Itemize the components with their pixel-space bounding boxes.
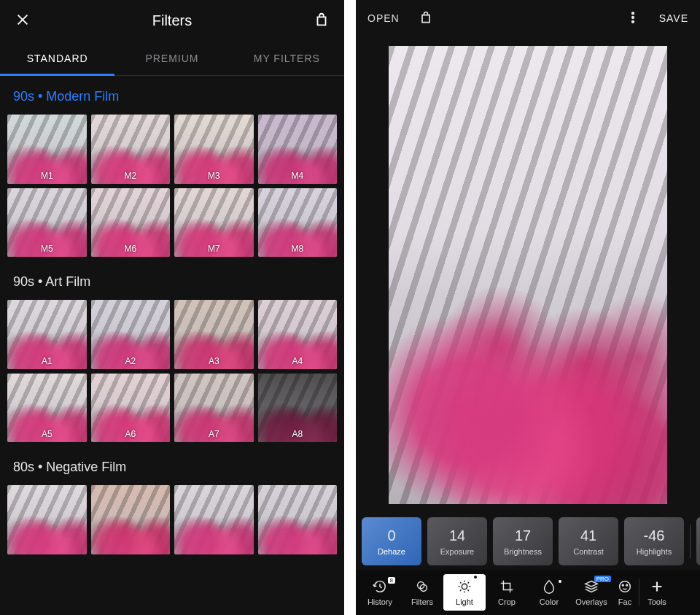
filter-thumb[interactable]: M4 <box>258 115 338 184</box>
filter-section-title[interactable]: 90s • Modern Film <box>7 76 337 115</box>
tool-color[interactable]: Color <box>528 579 570 606</box>
filter-thumb[interactable]: A1 <box>7 300 87 369</box>
tool-filters[interactable]: Filters <box>401 579 443 606</box>
adjust-label: Brightness <box>504 547 542 556</box>
adjust-value: 41 <box>580 527 596 544</box>
svg-point-2 <box>631 20 634 23</box>
tool-label: Fac <box>618 597 631 606</box>
filter-thumb[interactable] <box>174 485 254 554</box>
svg-point-5 <box>462 584 467 589</box>
filter-label: M4 <box>258 171 338 181</box>
filter-grid: M1M2M3M4M5M6M7M8 <box>7 115 337 261</box>
more-icon[interactable] <box>626 10 640 27</box>
save-button[interactable]: SAVE <box>659 12 688 24</box>
tool-history[interactable]: 8 History <box>359 579 401 606</box>
tab-premium[interactable]: PREMIUM <box>114 42 229 74</box>
adjust-label: Dehaze <box>378 547 405 556</box>
tool-label: Light <box>456 597 473 606</box>
filter-thumb[interactable]: A2 <box>91 300 171 369</box>
edited-photo <box>389 46 667 504</box>
filter-label: A3 <box>174 356 254 366</box>
filter-thumb[interactable]: M8 <box>258 188 338 258</box>
filter-grid <box>7 485 337 559</box>
shop-icon[interactable] <box>314 12 330 30</box>
filter-thumb[interactable] <box>7 485 87 554</box>
slider-separator <box>690 525 691 558</box>
filter-thumb[interactable]: A8 <box>258 374 338 443</box>
tool-tools[interactable]: Tools <box>641 579 673 606</box>
filter-label: A4 <box>258 356 338 366</box>
filter-thumb[interactable]: M3 <box>174 115 254 184</box>
pro-badge: PRO <box>594 576 611 582</box>
filter-thumb[interactable]: A4 <box>258 300 338 369</box>
tool-overlays[interactable]: PRO Overlays <box>570 579 612 606</box>
filter-label: A8 <box>258 429 338 439</box>
tool-face[interactable]: Fac <box>612 579 637 606</box>
filter-label: A2 <box>91 356 171 366</box>
filter-thumb[interactable]: M1 <box>7 115 87 184</box>
filter-thumb[interactable]: M2 <box>91 115 171 184</box>
adjust-label: Contrast <box>573 547 604 556</box>
adjust-dehaze[interactable]: 0Dehaze <box>362 517 421 565</box>
filter-label: M5 <box>7 244 87 254</box>
tool-label: Color <box>540 597 559 606</box>
adjust-label: Exposure <box>440 547 474 556</box>
filter-thumb[interactable]: A5 <box>7 374 87 443</box>
filter-thumb[interactable]: M5 <box>7 188 87 258</box>
filter-thumb[interactable]: M6 <box>91 188 171 258</box>
filter-label: A6 <box>91 429 171 439</box>
filter-thumb[interactable]: M7 <box>174 188 254 258</box>
filter-label: M8 <box>258 244 338 254</box>
filter-grid: A1A2A3A4A5A6A7A8 <box>7 300 337 446</box>
filter-label: A1 <box>7 356 87 366</box>
modified-dot <box>474 576 477 579</box>
tool-label: Overlays <box>575 597 607 606</box>
filter-label: A5 <box>7 429 87 439</box>
filter-label: M3 <box>174 171 254 181</box>
svg-point-6 <box>620 581 631 592</box>
close-icon[interactable] <box>15 12 31 30</box>
filter-thumb[interactable]: A3 <box>174 300 254 369</box>
filter-section-title[interactable]: 80s • Negative Film <box>7 446 337 485</box>
svg-point-8 <box>626 584 628 586</box>
shop-icon[interactable] <box>419 10 433 27</box>
adjust-value: -46 <box>644 527 665 544</box>
tool-crop[interactable]: Crop <box>486 579 528 606</box>
modified-dot <box>559 580 561 583</box>
filters-title: Filters <box>31 12 314 29</box>
tool-label: Filters <box>411 597 433 606</box>
filter-thumb[interactable] <box>91 485 171 554</box>
filter-thumb[interactable]: A7 <box>174 374 254 443</box>
toolbar-separator <box>639 579 639 606</box>
adjust-value: 14 <box>449 527 465 544</box>
adjust-exposure[interactable]: 14Exposure <box>427 517 487 565</box>
tool-label: History <box>368 597 392 606</box>
adjust-highlights[interactable]: -46Highlights <box>624 517 684 565</box>
adjust-brightness[interactable]: 17Brightness <box>493 517 553 565</box>
adjust-contrast[interactable]: 41Contrast <box>559 517 618 565</box>
svg-point-1 <box>631 16 634 18</box>
filter-thumb[interactable]: A6 <box>91 374 171 443</box>
filter-thumb[interactable] <box>258 485 338 554</box>
tool-light[interactable]: Light <box>443 574 486 611</box>
adjust-value: 17 <box>515 527 531 544</box>
tool-label: Crop <box>498 597 516 606</box>
svg-point-0 <box>631 12 634 14</box>
adjust-label: Highlights <box>637 547 672 556</box>
filter-tabs: STANDARD PREMIUM MY FILTERS <box>0 41 344 76</box>
history-count: 8 <box>388 577 395 584</box>
filter-label: M7 <box>174 244 254 254</box>
tab-indicator <box>0 74 114 76</box>
filter-label: M1 <box>7 171 87 181</box>
adjust-s[interactable]: S <box>696 517 700 565</box>
tab-my-filters[interactable]: MY FILTERS <box>230 42 344 74</box>
svg-point-7 <box>622 584 623 586</box>
tab-standard[interactable]: STANDARD <box>0 42 114 74</box>
open-button[interactable]: OPEN <box>368 12 400 24</box>
adjust-value: 0 <box>387 527 395 544</box>
filter-label: A7 <box>174 429 254 439</box>
photo-canvas[interactable] <box>356 36 700 513</box>
filter-label: M2 <box>91 171 171 181</box>
filter-section-title[interactable]: 90s • Art Film <box>7 261 337 300</box>
tool-label: Tools <box>648 597 666 606</box>
